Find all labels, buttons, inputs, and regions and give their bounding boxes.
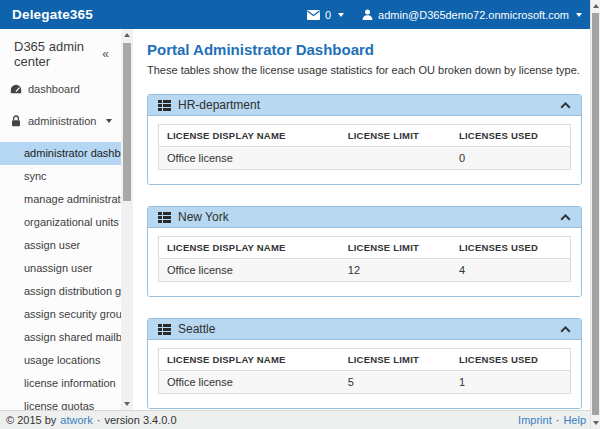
messages-count: 0 xyxy=(325,9,331,21)
sidebar-item-assign-user[interactable]: assign user xyxy=(0,234,121,257)
license-limit-cell: 5 xyxy=(340,371,451,394)
sidebar-item-label: administration xyxy=(28,110,96,132)
licenses-used-cell: 1 xyxy=(451,371,571,394)
app-brand: Delegate365 xyxy=(0,7,93,22)
table-row: Office license 5 1 xyxy=(159,371,571,394)
topbar: Delegate365 0 admin@D365demo72.onmicroso… xyxy=(0,0,600,29)
panel-body: LICENSE DISPLAY NAME LICENSE LIMIT LICEN… xyxy=(148,340,581,408)
scroll-up-icon[interactable] xyxy=(124,33,130,37)
scroll-down-icon[interactable] xyxy=(593,421,599,425)
copyright-text: © 2015 by xyxy=(6,414,56,426)
sidebar: D365 admin center « dashboard administra… xyxy=(0,29,121,410)
window-scrollbar-thumb[interactable] xyxy=(592,13,599,415)
scroll-down-icon[interactable] xyxy=(124,402,130,406)
footer-links: Imprint · Help xyxy=(518,414,586,426)
license-name-cell: Office license xyxy=(159,371,340,394)
sidebar-item-license-quotas[interactable]: license quotas xyxy=(0,395,121,410)
sidebar-scrollbar-thumb[interactable] xyxy=(123,43,131,201)
imprint-link[interactable]: Imprint xyxy=(518,414,552,426)
license-table: LICENSE DISPLAY NAME LICENSE LIMIT LICEN… xyxy=(158,124,571,170)
license-table: LICENSE DISPLAY NAME LICENSE LIMIT LICEN… xyxy=(158,348,571,394)
licenses-used-cell: 0 xyxy=(451,147,571,170)
panel-body: LICENSE DISPLAY NAME LICENSE LIMIT LICEN… xyxy=(148,228,581,296)
panel-header[interactable]: New York xyxy=(148,207,581,228)
table-header-row: LICENSE DISPLAY NAME LICENSE LIMIT LICEN… xyxy=(159,237,571,259)
column-header: LICENSE LIMIT xyxy=(340,349,451,371)
sidebar-item-sync[interactable]: sync xyxy=(0,165,121,188)
vendor-link[interactable]: atwork xyxy=(60,414,92,426)
sidebar-item-unassign-user[interactable]: unassign user xyxy=(0,257,121,280)
panel-new-york: New York LICENSE DISPLAY NAME LICENSE LI… xyxy=(147,206,582,297)
sidebar-item-assign-security-groups[interactable]: assign security groups xyxy=(0,303,121,326)
panel-header[interactable]: Seattle xyxy=(148,319,581,340)
sidebar-item-dashboard[interactable]: dashboard xyxy=(0,78,121,100)
table-row: Office license 12 4 xyxy=(159,259,571,282)
sidebar-item-assign-shared-mailboxes[interactable]: assign shared mailboxes xyxy=(0,326,121,349)
chevron-up-icon[interactable] xyxy=(560,326,571,333)
sidebar-title: D365 admin center xyxy=(14,39,102,69)
panel-title: HR-department xyxy=(178,98,260,112)
page-subtitle: These tables show the license usage stat… xyxy=(147,64,582,77)
sidebar-collapse-button[interactable]: « xyxy=(102,47,111,61)
column-header: LICENSE LIMIT xyxy=(340,125,451,147)
column-header: LICENSE DISPLAY NAME xyxy=(159,349,340,371)
caret-down-icon xyxy=(338,13,344,17)
table-row: Office license 0 xyxy=(159,147,571,170)
sidebar-item-assign-distribution-groups[interactable]: assign distribution groups xyxy=(0,280,121,303)
chevron-up-icon[interactable] xyxy=(560,102,571,109)
list-icon xyxy=(158,212,171,223)
sidebar-item-organizational-units[interactable]: organizational units xyxy=(0,211,121,234)
lock-icon xyxy=(9,115,22,127)
chevron-up-icon[interactable] xyxy=(560,214,571,221)
caret-down-icon xyxy=(576,13,582,17)
user-icon xyxy=(362,9,373,20)
column-header: LICENSE DISPLAY NAME xyxy=(159,237,340,259)
window-scrollbar[interactable] xyxy=(590,0,600,429)
column-header: LICENSE LIMIT xyxy=(340,237,451,259)
footer-separator: · xyxy=(97,414,101,426)
table-header-row: LICENSE DISPLAY NAME LICENSE LIMIT LICEN… xyxy=(159,349,571,371)
column-header: LICENSES USED xyxy=(451,349,571,371)
column-header: LICENSES USED xyxy=(451,125,571,147)
version-text: version 3.4.0.0 xyxy=(104,414,176,426)
footer-separator: · xyxy=(556,414,560,426)
footer: © 2015 by atwork · version 3.4.0.0 Impri… xyxy=(0,410,600,429)
licenses-used-cell: 4 xyxy=(451,259,571,282)
messages-menu[interactable]: 0 xyxy=(307,9,344,21)
license-limit-cell xyxy=(340,147,451,170)
topbar-right: 0 admin@D365demo72.onmicrosoft.com xyxy=(307,9,600,21)
sidebar-item-administration[interactable]: administration xyxy=(0,110,121,132)
user-email: admin@D365demo72.onmicrosoft.com xyxy=(378,9,569,21)
sidebar-header: D365 admin center « xyxy=(0,29,121,69)
panel-title: New York xyxy=(178,210,229,224)
sidebar-scrollbar[interactable] xyxy=(121,29,133,410)
sidebar-item-license-information[interactable]: license information xyxy=(0,372,121,395)
license-table: LICENSE DISPLAY NAME LICENSE LIMIT LICEN… xyxy=(158,236,571,282)
panel-body: LICENSE DISPLAY NAME LICENSE LIMIT LICEN… xyxy=(148,116,581,184)
user-menu[interactable]: admin@D365demo72.onmicrosoft.com xyxy=(362,9,582,21)
list-icon xyxy=(158,100,171,111)
panel-hr-department: HR-department LICENSE DISPLAY NAME LICEN… xyxy=(147,94,582,185)
envelope-icon xyxy=(307,10,320,20)
license-name-cell: Office license xyxy=(159,259,340,282)
help-link[interactable]: Help xyxy=(563,414,586,426)
sidebar-item-usage-locations[interactable]: usage locations xyxy=(0,349,121,372)
license-name-cell: Office license xyxy=(159,147,340,170)
sidebar-nav: dashboard administration administrator d… xyxy=(0,78,121,410)
panel-title: Seattle xyxy=(178,322,215,336)
footer-copyright: © 2015 by atwork · version 3.4.0.0 xyxy=(6,414,177,426)
page-title: Portal Administrator Dashboard xyxy=(147,41,582,59)
license-limit-cell: 12 xyxy=(340,259,451,282)
caret-down-icon xyxy=(106,119,112,123)
column-header: LICENSES USED xyxy=(451,237,571,259)
panel-header[interactable]: HR-department xyxy=(148,95,581,116)
sidebar-item-manage-administrators[interactable]: manage administrators xyxy=(0,188,121,211)
main-content: Portal Administrator Dashboard These tab… xyxy=(133,29,590,410)
sidebar-item-label: dashboard xyxy=(28,78,80,100)
list-icon xyxy=(158,324,171,335)
sidebar-item-administrator-dashboard[interactable]: administrator dashboard xyxy=(0,142,121,165)
scroll-up-icon[interactable] xyxy=(593,4,599,8)
dashboard-icon xyxy=(9,84,22,94)
table-header-row: LICENSE DISPLAY NAME LICENSE LIMIT LICEN… xyxy=(159,125,571,147)
column-header: LICENSE DISPLAY NAME xyxy=(159,125,340,147)
